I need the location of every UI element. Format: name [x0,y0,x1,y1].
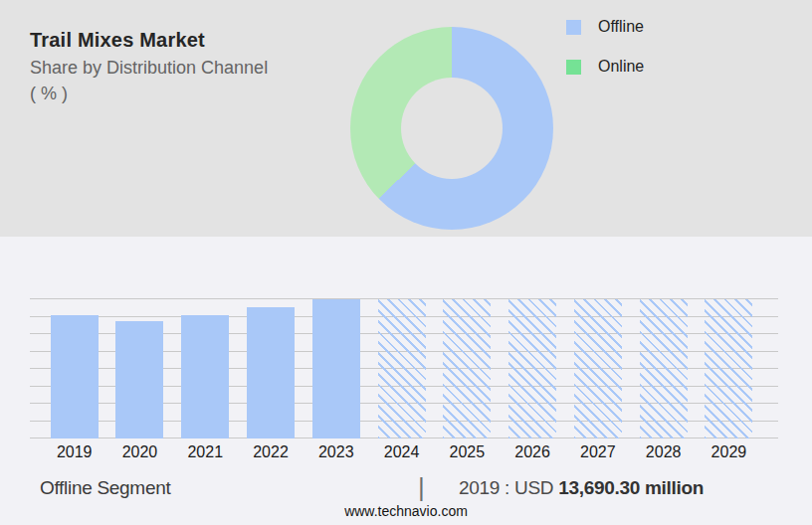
legend-item-online: Online [566,54,644,80]
caption-row: Offline Segment | 2019 : USD 13,690.30 m… [0,475,812,503]
bar-2025-forecast [443,299,491,438]
x-axis-label-2024: 2024 [369,443,435,461]
bar-2022 [247,307,295,438]
infographic: Trail Mixes Market Share by Distribution… [0,0,812,525]
website-url: www.technavio.com [0,503,812,519]
value-annotation: 2019 : USD 13,690.30 million [459,477,704,499]
donut-hole [401,78,503,179]
page-title: Trail Mixes Market [30,28,338,52]
x-axis-label-2021: 2021 [172,443,238,461]
x-axis-labels: 2019202020212022202320242025202620272028… [30,443,778,465]
legend-swatch [566,60,581,75]
x-axis-label-2020: 2020 [106,443,172,461]
title-block: Trail Mixes Market Share by Distribution… [30,28,338,105]
x-axis-label-2026: 2026 [500,443,565,461]
legend-item-offline: Offline [566,14,644,40]
segment-label: Offline Segment [40,477,170,499]
x-axis-label-2022: 2022 [238,443,304,461]
bar-2029-forecast [705,299,752,438]
legend-label: Online [598,58,644,76]
bar-2023 [312,299,360,438]
x-axis-label-2025: 2025 [434,443,500,461]
bar-2027-forecast [574,299,622,438]
legend-label: Offline [598,18,644,36]
x-axis-label-2028: 2028 [631,443,697,461]
bar-2019 [51,315,99,438]
donut-chart [350,27,553,230]
bar-chart-section: 2019202020212022202320242025202620272028… [0,237,812,525]
header-section: Trail Mixes Market Share by Distribution… [0,0,812,237]
bar-2026-forecast [508,299,556,438]
bar-chart [30,298,778,438]
legend-swatch [566,20,581,35]
separator-pipe: | [418,472,425,503]
x-axis-label-2027: 2027 [565,443,631,461]
bar-2024-forecast [378,299,426,438]
page-subtitle: Share by Distribution Channel [30,56,338,80]
chart-legend: OfflineOnline [566,14,644,93]
bar-2020 [115,321,163,438]
value-amount: 13,690.30 million [558,477,704,498]
x-axis-label-2023: 2023 [304,443,369,461]
bar-2028-forecast [640,299,688,438]
value-prefix: 2019 : USD [459,477,558,498]
unit-label: ( % ) [30,82,338,105]
x-axis-label-2029: 2029 [696,443,761,461]
bar-2021 [181,315,229,438]
x-axis-label-2019: 2019 [42,443,107,461]
